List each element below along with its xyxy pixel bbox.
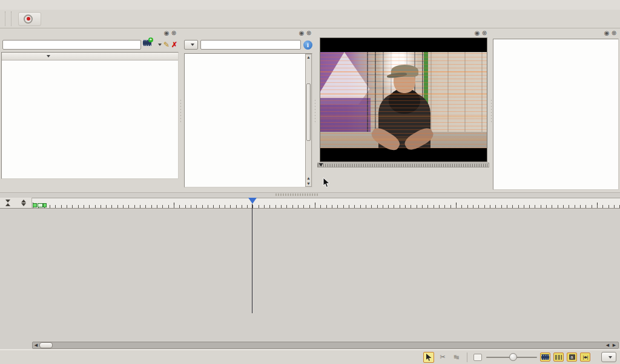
undo-history-titlebar: ◉ ⊗ bbox=[492, 29, 620, 37]
close-panel-icon[interactable]: ⊗ bbox=[610, 30, 618, 37]
playhead-line[interactable] bbox=[252, 204, 252, 313]
pointer-icon bbox=[426, 354, 432, 361]
chevron-down-icon bbox=[608, 356, 612, 359]
select-tool-button[interactable] bbox=[423, 352, 434, 363]
undo-history-list bbox=[493, 39, 619, 190]
zoom-slider-knob[interactable] bbox=[509, 353, 517, 361]
main-toolbar bbox=[0, 10, 620, 28]
effect-list-panel: ◉ ⊗ i ▲ ▲ ▼ bbox=[182, 29, 315, 191]
application-window: ◉ ⊗ + ✎ ✗ ◉ ⊗ bbox=[0, 0, 620, 364]
snap-icon: |◂▸| bbox=[582, 354, 587, 360]
record-icon bbox=[24, 15, 33, 24]
close-panel-icon[interactable]: ⊗ bbox=[305, 30, 312, 37]
monitor-seek-bar[interactable] bbox=[317, 163, 489, 167]
project-tree-titlebar: ◉ ⊗ bbox=[0, 29, 180, 37]
scissors-icon: ✂ bbox=[440, 353, 445, 361]
scrollbar-thumb[interactable] bbox=[39, 342, 53, 348]
timeline-scrollbar[interactable]: ◀ ◀ ▶ bbox=[32, 342, 619, 349]
status-bar: ✂ ↹ a |◂▸| bbox=[0, 349, 620, 364]
show-marker-comments-button[interactable]: a bbox=[567, 353, 577, 362]
razor-tool-button[interactable]: ✂ bbox=[437, 352, 448, 363]
separator bbox=[467, 353, 467, 362]
clip-list-header[interactable] bbox=[2, 53, 178, 60]
marker-comment-icon: a bbox=[569, 354, 575, 360]
timeline-corner-controls bbox=[0, 198, 32, 209]
scroll-left-icon[interactable]: ◀ bbox=[604, 342, 611, 348]
show-audio-thumbnails-button[interactable] bbox=[553, 353, 564, 362]
film-icon bbox=[541, 354, 549, 360]
spacer-icon: ↹ bbox=[454, 354, 459, 360]
timecode-format-dropdown[interactable] bbox=[601, 352, 616, 362]
show-video-thumbnails-button[interactable] bbox=[540, 353, 550, 362]
scroll-up-icon[interactable]: ▲ bbox=[306, 176, 311, 180]
float-panel-icon[interactable]: ◉ bbox=[298, 30, 305, 37]
project-search-input[interactable] bbox=[2, 40, 141, 50]
scroll-left-icon[interactable]: ◀ bbox=[33, 342, 39, 348]
chevron-down-icon bbox=[191, 44, 194, 46]
effect-list-box: ▲ ▲ ▼ bbox=[184, 53, 312, 187]
float-panel-icon[interactable]: ◉ bbox=[603, 30, 610, 37]
undo-history-panel: ◉ ⊗ bbox=[492, 29, 620, 191]
fit-zoom-button[interactable] bbox=[472, 352, 483, 363]
scroll-down-icon[interactable]: ▼ bbox=[306, 181, 311, 186]
close-panel-icon[interactable]: ⊗ bbox=[481, 30, 488, 37]
seek-position-marker[interactable] bbox=[318, 163, 323, 166]
timeline-ruler[interactable] bbox=[0, 198, 620, 209]
project-tree-panel: ◉ ⊗ + ✎ ✗ bbox=[0, 29, 180, 191]
timeline-zoom-slider[interactable] bbox=[486, 352, 537, 363]
effect-search-input[interactable] bbox=[200, 40, 301, 50]
effect-filter-combo[interactable] bbox=[184, 40, 198, 50]
float-panel-icon[interactable]: ◉ bbox=[163, 30, 170, 37]
render-button[interactable] bbox=[18, 12, 41, 26]
effect-list-titlebar: ◉ ⊗ bbox=[182, 29, 315, 37]
toolbar-separator bbox=[11, 11, 12, 26]
effect-list-scrollbar[interactable]: ▲ ▲ ▼ bbox=[305, 54, 312, 187]
playhead-handle[interactable] bbox=[248, 198, 257, 204]
scroll-up-icon[interactable]: ▲ bbox=[306, 55, 311, 59]
project-monitor-titlebar: ◉ ⊗ bbox=[316, 29, 490, 37]
edit-clip-icon[interactable]: ✎ bbox=[163, 41, 170, 49]
zone-marker[interactable] bbox=[38, 203, 43, 207]
waveform-icon bbox=[555, 355, 562, 360]
fit-zoom-icon bbox=[473, 354, 482, 361]
add-clip-dropdown-icon[interactable] bbox=[158, 44, 162, 46]
zone-out-marker[interactable] bbox=[43, 203, 47, 207]
zone-in-marker[interactable] bbox=[33, 203, 37, 207]
mouse-cursor bbox=[323, 177, 330, 188]
snap-button[interactable]: |◂▸| bbox=[580, 353, 590, 362]
toolbar-separator bbox=[5, 11, 6, 26]
monitor-transport-controls bbox=[318, 169, 488, 180]
spacer-tool-button[interactable]: ↹ bbox=[451, 352, 462, 363]
track-size-icon[interactable] bbox=[21, 200, 26, 206]
menu-bar bbox=[0, 0, 620, 10]
scroll-right-icon[interactable]: ▶ bbox=[611, 342, 618, 348]
close-panel-icon[interactable]: ⊗ bbox=[170, 30, 177, 37]
timeline: ◀ ◀ ▶ bbox=[0, 192, 620, 349]
collapse-tracks-icon[interactable] bbox=[5, 200, 10, 206]
add-clip-button[interactable]: + bbox=[143, 40, 156, 50]
video-preview bbox=[320, 37, 487, 162]
project-monitor-panel: ◉ ⊗ bbox=[316, 29, 490, 191]
float-panel-icon[interactable]: ◉ bbox=[473, 30, 481, 37]
plus-icon: + bbox=[148, 37, 153, 42]
project-clip-list bbox=[1, 52, 179, 179]
sort-descending-icon[interactable] bbox=[47, 55, 50, 57]
splitter-handle[interactable] bbox=[275, 193, 318, 196]
delete-clip-icon[interactable]: ✗ bbox=[171, 41, 177, 49]
scrollbar-thumb[interactable] bbox=[306, 83, 311, 141]
effect-info-button[interactable]: i bbox=[303, 41, 312, 50]
